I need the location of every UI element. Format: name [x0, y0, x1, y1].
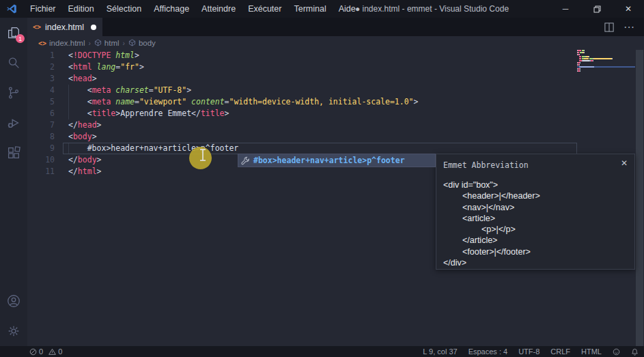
warning-icon [48, 348, 56, 356]
symbol-cube-icon [128, 39, 136, 48]
code-line-3[interactable]: 3<head> [27, 73, 644, 85]
html-file-icon: <> [33, 23, 41, 31]
docs-line: <footer>|</footer> [443, 246, 628, 257]
scrollbar-slider[interactable] [636, 50, 643, 346]
extensions-icon[interactable] [0, 138, 27, 168]
line-number: 3 [27, 73, 55, 85]
restore-button[interactable] [581, 0, 613, 18]
minimap-line [577, 52, 635, 53]
more-actions-icon[interactable]: ⋯ [624, 20, 634, 33]
line-number: 10 [27, 154, 55, 166]
docs-line: <article> [443, 213, 628, 224]
code-line-4[interactable]: 4 <meta charset="UTF-8"> [27, 85, 644, 96]
breadcrumb-body[interactable]: body [128, 39, 156, 48]
close-button[interactable]: ✕ [613, 0, 644, 18]
symbol-cube-icon [94, 39, 102, 48]
restore-icon [593, 5, 601, 13]
vscode-logo-icon [6, 3, 17, 14]
code-line-9[interactable]: 9 #box>header+nav+article>p^footer [27, 143, 644, 154]
emmet-docs-panel: Emmet Abbreviation ✕ <div id="box"><head… [436, 154, 635, 270]
code-line-8[interactable]: 8<body> [27, 131, 644, 143]
code-text: <meta name="viewport" content="width=dev… [68, 96, 418, 108]
close-icon[interactable]: ✕ [621, 158, 628, 168]
eol-setting[interactable]: CRLF [550, 347, 570, 356]
docs-line: <p>|</p> [443, 224, 628, 235]
settings-gear-icon[interactable] [0, 316, 27, 346]
breadcrumb-label: body [139, 39, 156, 47]
line-number: 2 [27, 61, 55, 73]
source-control-icon[interactable] [0, 78, 27, 108]
menu-edition[interactable]: Edition [62, 0, 100, 18]
code-text: </html> [68, 166, 102, 177]
unsaved-dot-icon[interactable] [91, 25, 96, 30]
code-line-1[interactable]: 1<!DOCTYPE html> [27, 50, 644, 61]
line-number: 9 [27, 143, 55, 154]
vscode-window: FichierEditionSélectionAffichageAtteindr… [0, 0, 644, 357]
wrench-icon [241, 156, 250, 165]
breadcrumb-html[interactable]: html [94, 39, 120, 48]
minimize-button[interactable]: ─ [550, 0, 581, 18]
tab-bar: <> index.html ⋯ [27, 18, 644, 36]
code-text: </head> [68, 119, 102, 131]
status-bar: 0 0 L 9, col 37 Espaces : 4 UTF-8 CRLF H… [0, 346, 644, 357]
minimap-line [577, 60, 635, 61]
error-count: 0 [39, 347, 43, 356]
run-debug-icon[interactable] [0, 108, 27, 138]
cursor-position[interactable]: L 9, col 37 [423, 347, 457, 356]
menu-bar: FichierEditionSélectionAffichageAtteindr… [24, 0, 362, 18]
minimap-line [577, 64, 635, 66]
code-text: <!DOCTYPE html> [68, 50, 139, 61]
line-number: 1 [27, 50, 55, 61]
bell-icon[interactable] [631, 348, 639, 356]
code-line-2[interactable]: 2<html lang="fr"> [27, 61, 644, 73]
code-line-6[interactable]: 6 <title>Apprendre Emmet</title> [27, 108, 644, 119]
explorer-icon[interactable]: 1 [0, 18, 27, 48]
tab-index-html[interactable]: <> index.html [27, 18, 102, 36]
menu-selection[interactable]: Sélection [100, 0, 148, 18]
menu-atteindre[interactable]: Atteindre [195, 0, 242, 18]
window-title: ● index.html - emmet - Visual Studio Cod… [314, 0, 550, 18]
code-text: #box>header+nav+article>p^footer [68, 143, 238, 154]
split-editor-icon[interactable] [604, 23, 614, 32]
menu-affichage[interactable]: Affichage [148, 0, 195, 18]
code-text: <html lang="fr"> [68, 61, 144, 73]
menu-fichier[interactable]: Fichier [24, 0, 62, 18]
code-line-5[interactable]: 5 <meta name="viewport" content="width=d… [27, 96, 644, 108]
error-icon [29, 348, 37, 356]
language-mode[interactable]: HTML [581, 347, 602, 356]
minimap-line [577, 56, 635, 57]
breadcrumb-file[interactable]: <> index.html [38, 39, 85, 47]
line-number: 8 [27, 131, 55, 143]
activity-bar: 1 [0, 18, 27, 346]
docs-line: <header>|</header> [443, 190, 628, 201]
account-icon[interactable] [0, 286, 27, 316]
docs-line: <div id="box"> [443, 180, 628, 190]
minimap-line [577, 54, 635, 55]
tab-label: index.html [45, 23, 84, 32]
explorer-badge: 1 [16, 34, 25, 43]
chevron-right-icon: › [123, 40, 125, 47]
minimap-line [577, 66, 635, 68]
code-text: <meta charset="UTF-8"> [68, 85, 191, 96]
emmet-suggest-item[interactable]: #box>header+nav+article>p^footer [238, 154, 436, 167]
menu-executer[interactable]: Exécuter [242, 0, 288, 18]
search-icon[interactable] [0, 48, 27, 78]
breadcrumb-label: html [104, 39, 120, 47]
encoding-setting[interactable]: UTF-8 [518, 347, 540, 356]
docs-line: </div> [443, 257, 628, 268]
code-text: </body> [68, 154, 102, 166]
line-number: 11 [27, 166, 55, 177]
problems-indicator[interactable]: 0 0 [29, 347, 62, 356]
docs-line: <nav>|</nav> [443, 202, 628, 213]
code-line-7[interactable]: 7</head> [27, 119, 644, 131]
editor-actions: ⋯ [604, 18, 644, 36]
minimap-line [577, 58, 635, 59]
feedback-smiley-icon[interactable] [613, 348, 620, 356]
text-cursor-icon [199, 149, 206, 161]
chevron-right-icon: › [88, 40, 90, 47]
code-text: <title>Apprendre Emmet</title> [68, 108, 229, 119]
indentation-setting[interactable]: Espaces : 4 [468, 347, 507, 356]
suggest-label: #box>header+nav+article>p^footer [253, 156, 405, 165]
vertical-scrollbar[interactable] [635, 50, 644, 346]
code-text: <body> [68, 131, 97, 143]
